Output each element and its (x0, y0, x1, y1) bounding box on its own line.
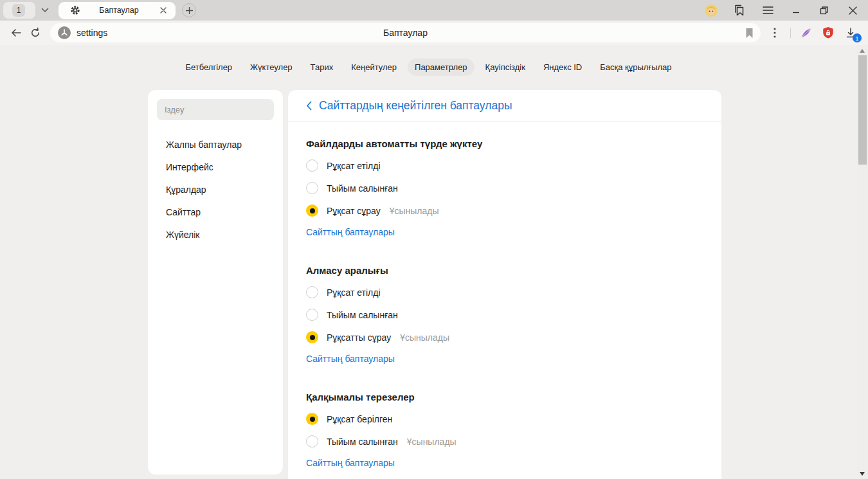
sidebar-item-interface[interactable]: Интерфейс (148, 158, 283, 177)
section-clipboard: Алмасу аралығы Рұқсат етілді Тыйым салын… (306, 265, 703, 375)
radio-option[interactable]: Тыйым салынған (306, 182, 703, 194)
profile-avatar[interactable] (705, 4, 718, 17)
settings-main-panel: Сайттардың кеңейтілген баптаулары Файлда… (288, 90, 721, 479)
extensions-kebab-icon[interactable] (768, 26, 781, 39)
nav-tab-downloads[interactable]: Жүктеулер (243, 59, 300, 76)
radio-option[interactable]: Рұқсатты сұрау Ұсынылады (306, 331, 703, 343)
nav-tab-other-devices[interactable]: Басқа құрылғылар (593, 59, 678, 76)
sidebar-item-general[interactable]: Жалпы баптаулар (148, 136, 283, 154)
tab-list-chevron-icon[interactable] (37, 2, 53, 19)
nav-tab-settings[interactable]: Параметрлер (408, 59, 475, 76)
radio-option[interactable]: Рұқсат сұрау Ұсынылады (306, 204, 703, 217)
reload-button[interactable] (26, 23, 45, 42)
site-settings-link[interactable]: Сайттың баптаулары (306, 227, 395, 237)
radio-option[interactable]: Рұқсат берілген (306, 413, 703, 425)
bookmarks-panel-icon[interactable] (733, 4, 746, 17)
tab-close-icon[interactable] (158, 5, 169, 16)
section-auto-download: Файлдарды автоматты түрде жүктеу Рұқсат … (306, 138, 703, 248)
nav-tab-security[interactable]: Қауіпсіздік (478, 59, 532, 76)
sidebar-item-system[interactable]: Жүйелік (148, 226, 283, 244)
downloads-icon[interactable]: 1 (844, 26, 858, 40)
minimize-button[interactable] (790, 4, 802, 17)
restore-button[interactable] (818, 4, 831, 17)
radio-unselected-icon[interactable] (306, 286, 318, 298)
close-window-button[interactable] (846, 4, 859, 17)
bookmark-flag-icon[interactable] (745, 28, 754, 39)
site-favicon-icon (58, 26, 71, 39)
sidebar-item-sites[interactable]: Сайттар (148, 203, 283, 222)
site-settings-link[interactable]: Сайттың баптаулары (306, 354, 395, 364)
toolbar: settings Баптаулар (0, 21, 868, 45)
radio-option[interactable]: Рұқсат етілді (306, 286, 703, 298)
radio-selected-icon[interactable] (306, 331, 318, 343)
nav-tab-yandex-id[interactable]: Яндекс ID (536, 59, 589, 76)
browser-window: 1 Баптаулар (0, 0, 868, 479)
search-input[interactable] (157, 105, 274, 114)
radio-option[interactable]: Тыйым салынған (306, 309, 703, 321)
advanced-site-settings-header[interactable]: Сайттардың кеңейтілген баптаулары (288, 90, 721, 122)
settings-sidebar: Жалпы баптаулар Интерфейс Құралдар Сайтт… (148, 90, 283, 474)
page-title: Сайттардың кеңейтілген баптаулары (319, 99, 512, 113)
titlebar: 1 Баптаулар (0, 0, 868, 21)
radio-unselected-icon[interactable] (306, 309, 318, 321)
nav-tab-extensions[interactable]: Кеңейтулер (344, 59, 404, 76)
sidebar-search[interactable] (157, 99, 274, 120)
address-bar[interactable]: settings Баптаулар (50, 23, 761, 42)
radio-unselected-icon[interactable] (306, 182, 318, 194)
section-title: Файлдарды автоматты түрде жүктеу (306, 138, 703, 149)
nav-tab-history[interactable]: Тарих (303, 59, 341, 76)
browser-tab-settings[interactable]: Баптаулар (59, 2, 176, 19)
scrollbar-down-arrow[interactable] (860, 472, 865, 476)
back-button[interactable] (6, 23, 26, 42)
section-title: Алмасу аралығы (306, 265, 703, 276)
new-tab-button[interactable] (182, 3, 196, 17)
feather-extension-icon[interactable] (800, 26, 813, 39)
back-chevron-icon[interactable] (306, 101, 312, 111)
nav-tab-bookmarks[interactable]: Бетбелгілер (178, 59, 239, 76)
recommended-note: Ұсынылады (400, 332, 449, 343)
download-count-badge: 1 (853, 33, 862, 42)
radio-selected-icon[interactable] (306, 204, 318, 217)
toolbar-divider (790, 28, 791, 38)
menu-icon[interactable] (761, 4, 774, 17)
settings-nav: Бетбелгілер Жүктеулер Тарих Кеңейтулер П… (0, 59, 857, 76)
page-scrollbar[interactable] (857, 45, 868, 479)
radio-unselected-icon[interactable] (306, 435, 318, 447)
recommended-note: Ұсынылады (390, 206, 439, 216)
section-popups: Қалқымалы терезелер Рұқсат берілген Тыйы… (306, 392, 703, 479)
sidebar-item-tools[interactable]: Құралдар (148, 181, 283, 199)
radio-selected-icon[interactable] (306, 413, 318, 425)
radio-option[interactable]: Рұқсат етілді (306, 159, 703, 172)
tab-counter-button[interactable]: 1 (3, 2, 35, 19)
site-settings-link[interactable]: Сайттың баптаулары (306, 458, 395, 468)
scrollbar-up-arrow[interactable] (860, 49, 865, 53)
settings-page: Бетбелгілер Жүктеулер Тарих Кеңейтулер П… (0, 45, 868, 479)
gear-icon (70, 5, 80, 15)
protect-shield-icon[interactable] (822, 26, 835, 39)
section-title: Қалқымалы терезелер (306, 392, 703, 402)
tab-counter-badge: 1 (12, 4, 25, 17)
radio-unselected-icon[interactable] (306, 159, 318, 172)
scrollbar-thumb[interactable] (858, 55, 867, 165)
recommended-note: Ұсынылады (407, 437, 457, 447)
url-text: settings (77, 28, 107, 38)
centered-page-title: Баптаулар (50, 28, 761, 38)
tab-title: Баптаулар (80, 6, 158, 15)
radio-option[interactable]: Тыйым салынған Ұсынылады (306, 435, 703, 447)
